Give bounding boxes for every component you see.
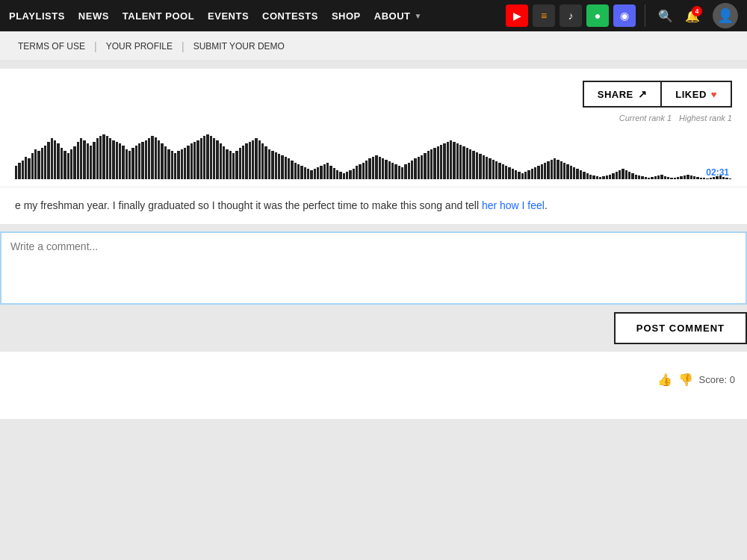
player-section: SHARE ↗ LIKED ♥ Current rank 1 Highest r… [0, 69, 747, 187]
thumbs-up-icon: 👍 [657, 373, 672, 386]
comment-card: 👍 👎 Score: 0 [12, 362, 735, 391]
discord-icon-btn[interactable]: ◉ [613, 4, 636, 27]
comment-score: Score: 0 [699, 374, 735, 385]
youtube-icon: ▶ [513, 10, 521, 22]
nav-item-news[interactable]: NEWS [78, 10, 109, 22]
share-arrow-icon: ↗ [638, 88, 648, 100]
spotify-icon-btn[interactable]: ● [586, 4, 609, 27]
nav-separator-2: | [179, 40, 187, 52]
post-comment-button[interactable]: POST COMMENT [614, 312, 747, 344]
share-button[interactable]: SHARE ↗ [583, 81, 663, 108]
desc-before: e my freshman year. I finally graduated … [15, 199, 479, 211]
heart-icon: ♥ [711, 89, 717, 100]
thumbs-down-button[interactable]: 👎 [678, 373, 693, 387]
youtube-icon-btn[interactable]: ▶ [506, 4, 528, 27]
nav-item-shop[interactable]: SHOP [332, 10, 361, 22]
nav-item-talent-pool[interactable]: TALENT POOL [123, 10, 194, 22]
main-content: SHARE ↗ LIKED ♥ Current rank 1 Highest r… [0, 69, 747, 419]
post-comment-row: POST COMMENT [0, 305, 747, 352]
share-label: SHARE [598, 89, 633, 100]
comment-meta-row: 👍 👎 Score: 0 [12, 373, 735, 387]
nav-links: PLAYLISTS NEWS TALENT POOL EVENTS CONTES… [9, 10, 506, 22]
music-icon-btn[interactable]: ♪ [560, 4, 582, 27]
nav-item-events[interactable]: EVENTS [208, 10, 249, 22]
equalizer-icon: ≡ [541, 10, 547, 22]
description-section: e my freshman year. I finally graduated … [0, 187, 747, 224]
notification-badge: 4 [692, 6, 702, 16]
music-icon: ♪ [568, 10, 574, 22]
submit-demo-link[interactable]: SUBMIT YOUR DEMO [187, 41, 291, 52]
secondary-nav: TERMS OF USE | YOUR PROFILE | SUBMIT YOU… [0, 31, 747, 61]
nav-divider [645, 4, 645, 27]
rank-info: Current rank 1 Highest rank 1 [15, 113, 732, 122]
discord-icon: ◉ [620, 10, 629, 22]
comment-textarea[interactable] [1, 233, 746, 300]
nav-icon-group: ▶ ≡ ♪ ● ◉ 🔍 🔔 4 👤 [506, 3, 738, 28]
spotify-icon: ● [595, 10, 601, 22]
player-actions: SHARE ↗ LIKED ♥ [15, 81, 732, 108]
search-icon: 🔍 [658, 9, 673, 23]
liked-button[interactable]: LIKED ♥ [660, 81, 732, 108]
comment-input-wrap [0, 231, 747, 305]
track-timestamp: 02:31 [706, 167, 729, 178]
nav-item-playlists[interactable]: PLAYLISTS [9, 10, 65, 22]
search-button[interactable]: 🔍 [654, 4, 677, 27]
thumbs-down-icon: 👎 [678, 373, 693, 386]
highest-rank: Highest rank 1 [679, 113, 732, 122]
about-chevron-icon: ▼ [414, 12, 421, 20]
terms-of-use-link[interactable]: TERMS OF USE [12, 41, 91, 52]
waveform[interactable]: 02:31 [15, 127, 732, 179]
avatar-icon: 👤 [717, 7, 734, 24]
description-text: e my freshman year. I finally graduated … [15, 198, 732, 214]
waveform-bars [15, 127, 732, 179]
thumbs-up-button[interactable]: 👍 [657, 373, 672, 387]
comments-list-section: 👍 👎 Score: 0 [0, 352, 747, 419]
current-rank: Current rank 1 [619, 113, 672, 122]
user-avatar[interactable]: 👤 [713, 3, 738, 28]
nav-item-contests[interactable]: CONTESTS [262, 10, 318, 22]
desc-highlight: her how I feel [479, 199, 545, 211]
equalizer-icon-btn[interactable]: ≡ [533, 4, 555, 27]
liked-label: LIKED [675, 89, 707, 100]
nav-separator-1: | [91, 40, 100, 52]
nav-item-about[interactable]: ABOUT ▼ [374, 10, 422, 22]
comment-section: POST COMMENT 👍 👎 Score: 0 [0, 224, 747, 419]
navbar: PLAYLISTS NEWS TALENT POOL EVENTS CONTES… [0, 0, 747, 31]
notifications-button[interactable]: 🔔 4 [681, 4, 704, 27]
desc-after: . [545, 199, 548, 211]
your-profile-link[interactable]: YOUR PROFILE [100, 41, 179, 52]
